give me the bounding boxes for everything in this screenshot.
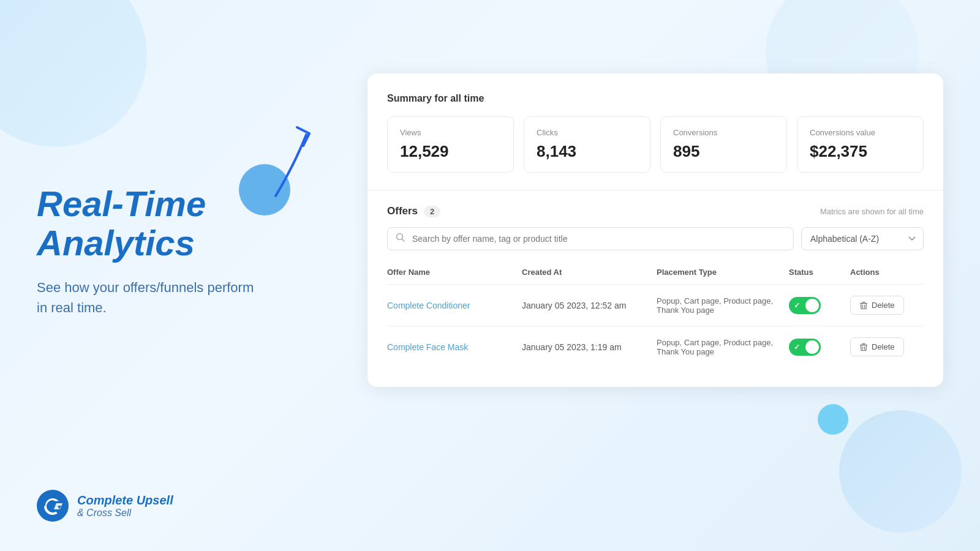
stat-card-clicks: Clicks 8,143 xyxy=(524,116,650,173)
search-container xyxy=(387,227,794,250)
col-header-status: Status xyxy=(789,268,850,277)
table-row: Complete Face Mask January 05 2023, 1:19… xyxy=(387,326,924,367)
sort-select[interactable]: Alphabetical (A-Z) Alphabetical (Z-A) Ne… xyxy=(801,227,924,250)
offer-name-link-1[interactable]: Complete Conditioner xyxy=(387,301,470,310)
stat-label-clicks: Clicks xyxy=(537,128,638,137)
toggle-thumb-2 xyxy=(805,340,819,354)
offer-placement-cell-1: Popup, Cart page, Product page, Thank Yo… xyxy=(657,296,789,315)
search-icon xyxy=(396,233,405,245)
svg-point-1 xyxy=(239,164,290,216)
search-row: Alphabetical (A-Z) Alphabetical (Z-A) Ne… xyxy=(387,227,924,250)
svg-point-0 xyxy=(37,490,69,522)
svg-rect-3 xyxy=(860,303,867,304)
stat-value-conversions: 895 xyxy=(673,142,774,161)
logo-name: Complete Upsell xyxy=(77,493,173,508)
delete-button-1[interactable]: Delete xyxy=(850,296,904,315)
offer-status-cell-1: ✓ xyxy=(789,297,850,314)
offers-section: Offers 2 Matrics are shown for all time … xyxy=(387,205,924,367)
hero-subtext: See how your offers/funnels perform in r… xyxy=(37,277,257,318)
col-header-name: Offer Name xyxy=(387,268,522,277)
trash-icon-1 xyxy=(859,301,868,310)
offer-status-cell-2: ✓ xyxy=(789,339,850,356)
toggle-check-2: ✓ xyxy=(794,343,800,351)
offer-created-cell-1: January 05 2023, 12:52 am xyxy=(522,301,657,310)
svg-rect-8 xyxy=(862,343,865,344)
toggle-track-2: ✓ xyxy=(789,339,821,356)
stat-label-views: Views xyxy=(400,128,501,137)
stat-label-conversions: Conversions xyxy=(673,128,774,137)
offer-name-cell: Complete Conditioner xyxy=(387,300,522,311)
stat-card-conversions: Conversions 895 xyxy=(660,116,787,173)
col-header-placement: Placement Type xyxy=(657,268,789,277)
table-row: Complete Conditioner January 05 2023, 12… xyxy=(387,285,924,326)
offer-actions-cell-2: Delete xyxy=(850,337,924,356)
section-divider xyxy=(368,190,943,190)
logo-icon xyxy=(37,490,69,522)
logo-area: Complete Upsell & Cross Sell xyxy=(37,490,173,522)
toggle-check-1: ✓ xyxy=(794,301,800,310)
delete-button-2[interactable]: Delete xyxy=(850,337,904,356)
svg-rect-7 xyxy=(860,345,867,345)
offers-title: Offers xyxy=(387,205,418,217)
offers-title-row: Offers 2 xyxy=(387,205,440,217)
stat-value-conv-value: $22,375 xyxy=(810,142,911,161)
metrics-note: Matrics are shown for all time xyxy=(820,207,924,216)
summary-section: Summary for all time Views 12,529 Clicks… xyxy=(387,93,924,173)
status-toggle-1[interactable]: ✓ xyxy=(789,297,821,314)
logo-text: Complete Upsell & Cross Sell xyxy=(77,493,173,519)
bg-decoration-br xyxy=(839,410,962,533)
search-input[interactable] xyxy=(387,227,794,250)
delete-label-2: Delete xyxy=(872,342,895,351)
offer-placement-cell-2: Popup, Cart page, Product page, Thank Yo… xyxy=(657,338,789,356)
delete-label-1: Delete xyxy=(872,301,895,310)
table-header: Offer Name Created At Placement Type Sta… xyxy=(387,268,924,285)
col-header-actions: Actions xyxy=(850,268,924,277)
left-panel: Real-Time Analytics See how your offers/… xyxy=(37,0,294,551)
stat-value-clicks: 8,143 xyxy=(537,142,638,161)
offer-actions-cell-1: Delete xyxy=(850,296,924,315)
offer-name-cell-2: Complete Face Mask xyxy=(387,342,522,353)
stat-card-conversions-value: Conversions value $22,375 xyxy=(797,116,924,173)
stat-value-views: 12,529 xyxy=(400,142,501,161)
bg-dot xyxy=(818,404,848,435)
offer-created-cell-2: January 05 2023, 1:19 am xyxy=(522,342,657,352)
toggle-track-1: ✓ xyxy=(789,297,821,314)
toggle-thumb-1 xyxy=(805,299,819,312)
trash-icon-2 xyxy=(859,343,868,351)
col-header-created: Created At xyxy=(522,268,657,277)
stats-row: Views 12,529 Clicks 8,143 Conversions 89… xyxy=(387,116,924,173)
stat-label-conv-value: Conversions value xyxy=(810,128,911,137)
svg-rect-4 xyxy=(862,302,865,302)
logo-sub: & Cross Sell xyxy=(77,508,173,519)
offers-table: Offer Name Created At Placement Type Sta… xyxy=(387,268,924,367)
offer-name-link-2[interactable]: Complete Face Mask xyxy=(387,342,468,352)
offers-header: Offers 2 Matrics are shown for all time xyxy=(387,205,924,217)
summary-title: Summary for all time xyxy=(387,93,924,104)
status-toggle-2[interactable]: ✓ xyxy=(789,339,821,356)
main-card: Summary for all time Views 12,529 Clicks… xyxy=(368,73,943,387)
stat-card-views: Views 12,529 xyxy=(387,116,514,173)
arrow-decoration xyxy=(239,116,318,239)
offers-count-badge: 2 xyxy=(424,206,440,217)
